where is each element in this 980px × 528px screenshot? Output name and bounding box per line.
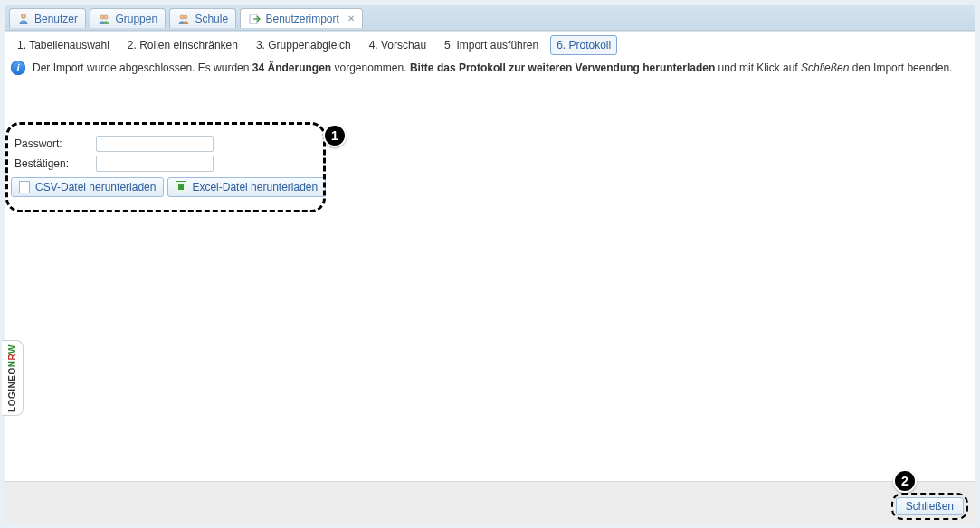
step-3[interactable]: 3. Gruppenabgleich	[250, 35, 357, 55]
svg-point-3	[180, 15, 184, 19]
info-italic: Schließen	[801, 61, 849, 74]
info-mid1: vorgenommen.	[331, 61, 410, 74]
file-icon	[19, 181, 30, 193]
button-label: Excel-Datei herunterladen	[192, 181, 318, 193]
info-pre: Der Import wurde abgeschlossen. Es wurde…	[33, 61, 252, 74]
step-5[interactable]: 5. Import ausführen	[438, 35, 545, 55]
confirm-label: Bestätigen:	[14, 157, 80, 170]
user-icon	[17, 13, 30, 25]
info-bold: Bitte das Protokoll zur weiteren Verwend…	[410, 61, 715, 74]
callout-badge-1: 1	[323, 124, 347, 147]
close-button[interactable]: Schließen	[896, 497, 964, 515]
tab-benutzerimport[interactable]: Benutzerimport ✕	[240, 8, 362, 28]
tab-label: Gruppen	[115, 13, 157, 25]
password-label: Passwort:	[14, 137, 80, 150]
tab-content: 1. Tabellenauswahl 2. Rollen einschränke…	[5, 31, 975, 523]
brand-nrw-r: R	[7, 354, 17, 361]
brand-side-tab[interactable]: LOGINEONRW	[2, 340, 24, 416]
download-excel-button[interactable]: Excel-Datei herunterladen	[167, 177, 326, 197]
wizard-steps: 1. Tabellenauswahl 2. Rollen einschränke…	[5, 32, 975, 57]
info-bar: i Der Import wurde abgeschlossen. Es wur…	[5, 57, 975, 82]
tab-benutzer[interactable]: Benutzer	[9, 8, 86, 28]
tab-bar: Benutzer Gruppen	[5, 5, 975, 31]
password-input[interactable]	[96, 136, 214, 152]
users-icon	[177, 13, 190, 25]
step-4[interactable]: 4. Vorschau	[363, 35, 433, 55]
tab-schule[interactable]: Schule	[169, 8, 236, 28]
footer-bar: Schließen	[5, 481, 975, 523]
download-csv-button[interactable]: CSV-Datei herunterladen	[11, 177, 164, 197]
excel-file-icon	[176, 181, 186, 193]
callout-badge-2: 2	[893, 469, 917, 493]
info-icon: i	[11, 61, 25, 75]
svg-point-0	[22, 14, 26, 18]
tab-label: Benutzer	[34, 13, 78, 25]
svg-point-2	[104, 15, 108, 19]
step-1[interactable]: 1. Tabellenauswahl	[11, 35, 116, 55]
button-label: CSV-Datei herunterladen	[35, 181, 156, 193]
brand-logineo: LOGINEO	[7, 367, 17, 412]
import-icon	[248, 13, 261, 25]
info-post: den Import beenden.	[849, 61, 952, 74]
info-changes: 34 Änderungen	[252, 61, 331, 74]
app-window: Benutzer Gruppen	[5, 5, 975, 523]
callout-region-2: Schließen	[891, 493, 968, 520]
users-icon	[98, 13, 110, 25]
close-icon[interactable]: ✕	[347, 14, 355, 24]
info-text: Der Import wurde abgeschlossen. Es wurde…	[33, 61, 952, 74]
brand-nrw-w: W	[7, 344, 17, 354]
tab-label: Benutzerimport	[265, 13, 338, 25]
confirm-input[interactable]	[96, 156, 214, 172]
svg-point-4	[184, 15, 187, 19]
step-2[interactable]: 2. Rollen einschränken	[121, 35, 244, 55]
tab-gruppen[interactable]: Gruppen	[90, 8, 166, 28]
download-form: Passwort: Bestätigen: CSV-Datei herunter…	[14, 136, 326, 197]
tab-label: Schule	[195, 13, 228, 25]
svg-point-1	[100, 15, 104, 19]
brand-nrw-n: N	[7, 360, 17, 367]
step-6[interactable]: 6. Protokoll	[550, 35, 617, 55]
info-mid2: und mit Klick auf	[715, 61, 801, 74]
